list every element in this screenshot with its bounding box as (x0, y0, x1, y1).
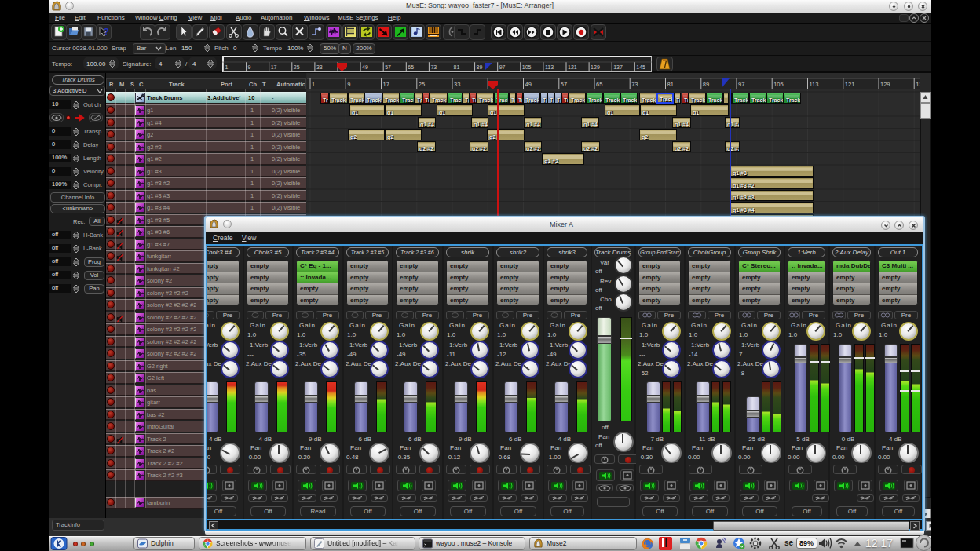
svg-text:25: 25 (419, 81, 425, 88)
svg-text:33: 33 (316, 64, 323, 70)
svg-text:89: 89 (703, 81, 709, 88)
svg-text:25: 25 (294, 64, 300, 70)
svg-text:113: 113 (545, 64, 554, 70)
svg-text:81: 81 (454, 64, 460, 70)
svg-text:105: 105 (773, 81, 784, 88)
svg-text:81: 81 (667, 81, 674, 88)
svg-text:49: 49 (362, 64, 368, 70)
svg-text:145: 145 (636, 64, 645, 70)
svg-text:1: 1 (225, 64, 229, 70)
svg-text:57: 57 (561, 81, 567, 88)
svg-text:121: 121 (845, 81, 855, 88)
svg-text:65: 65 (596, 81, 602, 88)
svg-text:9: 9 (347, 81, 350, 88)
svg-text:49: 49 (525, 81, 532, 88)
svg-text:73: 73 (430, 64, 437, 70)
svg-text:129: 129 (880, 81, 890, 88)
svg-text:9: 9 (248, 64, 251, 70)
svg-text:97: 97 (499, 64, 506, 70)
svg-text:57: 57 (385, 64, 391, 70)
svg-text:97: 97 (738, 81, 744, 88)
svg-text:73: 73 (631, 81, 638, 88)
svg-text:105: 105 (522, 64, 532, 70)
svg-text:33: 33 (454, 81, 460, 88)
svg-text:137: 137 (916, 81, 920, 88)
svg-text:137: 137 (613, 64, 623, 70)
svg-text:1: 1 (312, 81, 315, 88)
svg-text:113: 113 (810, 81, 819, 88)
svg-text:89: 89 (477, 64, 483, 70)
svg-text:?: ? (104, 27, 109, 36)
svg-text:17: 17 (383, 81, 389, 88)
svg-text:129: 129 (591, 64, 600, 70)
svg-text:121: 121 (568, 64, 577, 70)
svg-text:17: 17 (271, 64, 277, 70)
svg-text:65: 65 (408, 64, 414, 70)
